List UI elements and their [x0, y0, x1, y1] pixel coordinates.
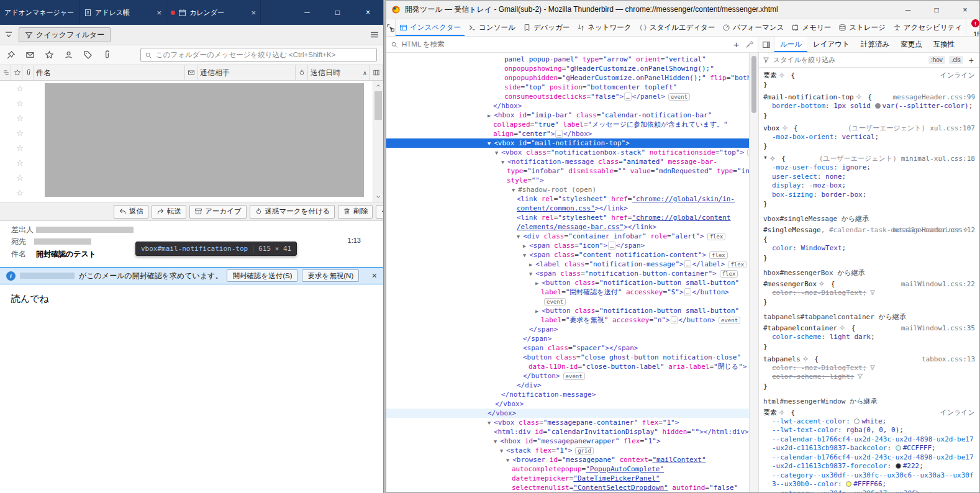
stylesheet-link[interactable]: messageHeader.css:99 [893, 93, 975, 101]
app-menu-icon[interactable] [370, 30, 379, 40]
markup-line[interactable]: style=""> [386, 176, 749, 185]
markup-line[interactable]: label="要求を無視" accesskey="n">…</button>ev… [386, 315, 749, 325]
markup-line[interactable]: </button>event [386, 371, 749, 381]
markup-badge[interactable]: flex [720, 270, 738, 278]
markup-badge[interactable]: event [563, 373, 585, 380]
message-list-scrollbar[interactable] [373, 81, 383, 202]
rule-selector[interactable]: 要素 {インライン [763, 71, 975, 80]
markup-line[interactable]: collapsed="true" label="メッセージに参加依頼が含まれてい… [386, 120, 749, 129]
add-node-button[interactable]: + [730, 39, 742, 50]
selector-highlighter-icon[interactable] [782, 125, 788, 131]
markup-line[interactable]: </div> [386, 381, 749, 390]
markup-badge[interactable]: flex [728, 261, 746, 268]
close-button[interactable]: × [353, 0, 383, 25]
markup-line[interactable]: </notification-message> [386, 390, 749, 399]
markup-badge[interactable]: event [719, 317, 740, 324]
sidebar-toggle-button[interactable] [758, 37, 774, 52]
markup-line[interactable]: </span> [386, 325, 749, 334]
mail-tab-2[interactable]: アドレス帳× [79, 0, 166, 25]
rule-selector[interactable]: 要素 {インライン [763, 408, 975, 417]
css-declaration[interactable]: color: -moz-DialogText; [763, 364, 975, 373]
rule-selector[interactable]: #messengerBox {mailWindow1.css:22 [763, 279, 975, 289]
column-attachment[interactable] [22, 65, 34, 80]
overridden-filter-icon[interactable] [869, 289, 876, 296]
mail-tab-3[interactable]: カレンダー× [166, 0, 261, 25]
markup-line[interactable]: <link rel="stylesheet" href="chrome://gl… [386, 213, 749, 222]
markup-line[interactable]: onpopuphidden="gHeaderCustomize.onPanelH… [386, 73, 749, 83]
stylesheet-link[interactable]: インライン [940, 71, 975, 79]
markup-line[interactable]: selectmenulist="ContentSelectDropdown" a… [386, 483, 749, 492]
devtools-tab[interactable]: ネットワーク [573, 19, 635, 36]
markup-line[interactable]: autocompletepopup="PopupAutoComplete" [386, 464, 749, 474]
markup-line[interactable]: side="top" position="bottomcenter toplef… [386, 83, 749, 92]
markup-line[interactable]: ▶ <button class="notification-button sma… [386, 278, 749, 287]
devtools-tab[interactable]: メモリー [787, 19, 835, 36]
markup-line[interactable]: ▼ <span class="content notification-cont… [386, 250, 749, 260]
mail-tab-1[interactable]: アドオンマネージャー× [0, 0, 79, 25]
devtools-tab[interactable]: デバッガー [519, 19, 574, 36]
markup-badge[interactable]: flex [709, 251, 728, 259]
css-declaration[interactable]: color-scheme: light; [763, 373, 975, 382]
devtools-tab[interactable]: インスペクター [396, 19, 465, 36]
css-declaration[interactable]: border-bottom: 1px solid var(--splitter-… [763, 102, 975, 111]
forward-button[interactable]: 転送 [152, 205, 186, 219]
sidebar-tab[interactable]: 計算済み [855, 37, 895, 52]
css-declaration[interactable]: color-scheme: light dark; [763, 333, 975, 342]
color-swatch[interactable] [875, 103, 881, 109]
toggle-hover-button[interactable]: :hov [928, 56, 945, 64]
ignore-request-button[interactable]: 要求を無視(N) [302, 269, 359, 282]
markup-line[interactable]: ▶ <hbox id="imip-bar" class="calendar-no… [386, 111, 749, 120]
markup-line[interactable]: </vbox> [386, 409, 749, 418]
css-declaration[interactable]: color: WindowText; [763, 244, 975, 253]
overridden-filter-icon[interactable] [869, 364, 876, 371]
devtools-tab[interactable]: スタイルエディター [635, 19, 719, 36]
css-declaration[interactable]: --lwt-accent-color: white; [763, 417, 975, 427]
markup-line[interactable]: onpopupshowing="gHeaderCustomize.onPanel… [386, 64, 749, 73]
markup-line[interactable]: ▼ <span class="notification-button-conta… [386, 269, 749, 278]
rule-selector[interactable]: tabpanels {tabbox.css:13 [763, 355, 975, 364]
toggle-class-button[interactable]: .cls [949, 56, 963, 64]
column-correspondents[interactable]: 通信相手 [197, 65, 296, 80]
stylesheet-link[interactable]: messageHeader.css:12 [893, 226, 975, 234]
sidebar-tab[interactable]: 互換性 [928, 37, 961, 52]
star-toggle-icon[interactable]: ☆ [16, 143, 24, 153]
column-picker-icon[interactable] [370, 65, 383, 80]
markup-line[interactable]: <span class="spacer"></span> [386, 343, 749, 353]
sidebar-tab[interactable]: レイアウト [807, 37, 855, 52]
star-toggle-icon[interactable]: ☆ [16, 99, 24, 108]
markup-line[interactable]: ▼ #shadow-root (open) [386, 185, 749, 194]
css-declaration[interactable]: --lwt-text-color: rgba(0, 0, 0); [763, 426, 975, 435]
css-declaration[interactable]: --calendar-b1766cf4-ux2d-243c-ux2d-4898-… [763, 435, 975, 453]
markup-badge[interactable]: flex [707, 233, 726, 240]
markup-line[interactable]: ▼ <stack flex="1">grid [386, 446, 749, 455]
stylesheet-link[interactable]: tabbox.css:13 [922, 355, 975, 363]
markup-line[interactable]: ▼ <vbox class="messagepane-container" fl… [386, 418, 749, 427]
css-declaration[interactable]: --category--ux304a--ux306c17--ux306b--: [763, 489, 975, 493]
sidebar-tab[interactable]: ルール [774, 37, 807, 52]
star-toggle-icon[interactable]: ☆ [16, 173, 24, 183]
markup-line[interactable]: data-l10n-id="close-button-label" aria-l… [386, 362, 749, 371]
css-declaration[interactable]: user-select: none; [763, 173, 975, 182]
markup-line[interactable]: ▼ <browser id="messagepane" context="mai… [386, 455, 749, 464]
maximize-button[interactable]: □ [922, 6, 951, 14]
markup-line-selected[interactable]: ▼ <vbox id="mail-notification-top"> [386, 138, 749, 148]
css-declaration[interactable]: -moz-box-orient: vertical; [763, 133, 975, 142]
quick-filter-toggle-button[interactable]: クイックフィルター [19, 27, 111, 42]
column-date[interactable]: 送信日時∧ [308, 65, 370, 80]
scrollbar-thumb[interactable] [751, 56, 756, 113]
junk-button[interactable]: 迷惑マークを付ける [250, 205, 335, 219]
css-declaration[interactable]: display: -moz-box; [763, 181, 975, 191]
rule-selector[interactable]: #singleMessage, #calendar-task-details-c… [763, 225, 975, 244]
markup-line[interactable]: </hbox> [386, 101, 749, 111]
css-declaration[interactable]: --category--ux30df--ux30fc--ux30c6--ux30… [763, 471, 975, 489]
star-toggle-icon[interactable]: ☆ [16, 129, 24, 138]
column-junk[interactable] [296, 65, 308, 80]
scroll-down-icon[interactable] [373, 192, 383, 202]
close-button[interactable]: × [951, 6, 979, 14]
tag-filter-icon[interactable] [83, 50, 93, 60]
markup-line[interactable]: </vbox> [386, 399, 749, 409]
star-toggle-icon[interactable]: ☆ [16, 188, 24, 197]
overridden-filter-icon[interactable] [857, 373, 863, 379]
markup-line[interactable]: label="開封確認を送付" accesskey="S">…</button> [386, 287, 749, 297]
rule-selector[interactable]: vbox {(ユーザーエージェント)xul.css:107 [763, 124, 975, 133]
